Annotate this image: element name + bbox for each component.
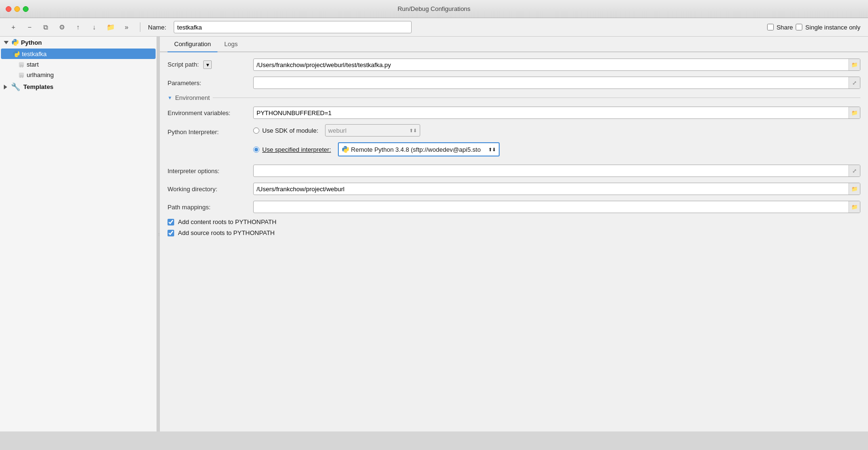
parameters-input-wrapper: ⤢ bbox=[253, 77, 860, 89]
maximize-button[interactable] bbox=[23, 6, 29, 12]
environment-section: ▼ Environment bbox=[168, 94, 860, 101]
interpreter-field: Use SDK of module: weburl ⬆⬇ bbox=[253, 124, 860, 139]
python-interpreter-row: Python Interpreter: Use SDK of module: w… bbox=[168, 124, 860, 159]
interpreter-dropdown[interactable]: Remote Python 3.4.8 (sftp://wodedev@api5… bbox=[338, 142, 500, 157]
parameters-row: Parameters: ⤢ bbox=[168, 76, 860, 89]
env-vars-input[interactable] bbox=[254, 107, 848, 118]
interpreter-options-field: ⤢ bbox=[253, 165, 860, 177]
working-directory-wrapper: 📁 bbox=[253, 183, 860, 195]
path-mappings-browse-button[interactable]: 📁 bbox=[848, 201, 860, 213]
templates-expand-icon bbox=[4, 85, 7, 89]
down-button[interactable]: ↓ bbox=[89, 21, 100, 33]
env-vars-label: Environment variables: bbox=[168, 109, 253, 117]
interpreter-options-input[interactable] bbox=[254, 165, 848, 176]
python-expand-icon bbox=[4, 41, 9, 44]
env-divider-line bbox=[213, 98, 860, 98]
use-sdk-radio[interactable] bbox=[253, 127, 259, 134]
sidebar: Python testkafka py start py urlhaming bbox=[0, 37, 157, 431]
add-config-button[interactable]: + bbox=[8, 21, 19, 33]
templates-label: Templates bbox=[23, 83, 53, 90]
form-content: Script path: ▼ 📁 Parameters: ⤢ bbox=[160, 52, 868, 431]
script-path-browse-button[interactable]: 📁 bbox=[848, 59, 860, 71]
use-specified-radio[interactable] bbox=[253, 147, 259, 153]
python-urlhaming-icon: py bbox=[18, 72, 25, 78]
wrench-icon: 🔧 bbox=[11, 82, 20, 91]
sidebar-item-label-urlhaming: urlhaming bbox=[27, 71, 54, 78]
script-path-field: 📁 bbox=[253, 59, 860, 71]
close-button[interactable] bbox=[6, 6, 11, 12]
python-section-label: Python bbox=[21, 39, 42, 46]
path-mappings-row: Path mappings: 📁 bbox=[168, 200, 860, 214]
more-button[interactable]: » bbox=[121, 21, 132, 33]
content-roots-label: Add content roots to PYTHONPATH bbox=[178, 218, 276, 225]
python-section-header[interactable]: Python bbox=[0, 37, 157, 48]
env-vars-input-wrapper: 📁 bbox=[253, 107, 860, 119]
templates-section[interactable]: 🔧 Templates bbox=[0, 80, 157, 93]
single-instance-checkbox[interactable] bbox=[796, 24, 802, 30]
folder-button[interactable]: 📁 bbox=[105, 21, 116, 33]
use-specified-label: Use specified interpreter: bbox=[262, 146, 331, 153]
script-path-dropdown[interactable]: ▼ bbox=[203, 60, 212, 69]
share-label: Share bbox=[777, 24, 793, 31]
env-vars-browse-button[interactable]: 📁 bbox=[848, 107, 860, 119]
interpreter-chevron-icon: ⬆⬇ bbox=[488, 147, 496, 152]
source-roots-row: Add source roots to PYTHONPATH bbox=[168, 229, 860, 236]
sdk-chevron-icon: ⬆⬇ bbox=[409, 128, 417, 133]
copy-config-button[interactable]: ⧉ bbox=[40, 21, 51, 33]
script-path-input[interactable] bbox=[254, 59, 848, 70]
content-roots-checkbox[interactable] bbox=[168, 219, 174, 225]
tab-logs[interactable]: Logs bbox=[217, 37, 244, 52]
tab-configuration[interactable]: Configuration bbox=[168, 37, 217, 52]
working-directory-field: 📁 bbox=[253, 183, 860, 195]
path-mappings-input[interactable] bbox=[254, 201, 848, 213]
sidebar-item-urlhaming[interactable]: py urlhaming bbox=[1, 70, 156, 80]
up-button[interactable]: ↑ bbox=[72, 21, 84, 33]
working-directory-browse-button[interactable]: 📁 bbox=[848, 183, 860, 195]
script-path-label: Script path: ▼ bbox=[168, 60, 253, 69]
svg-point-1 bbox=[16, 44, 16, 45]
python-file-icon bbox=[12, 50, 20, 58]
script-path-row: Script path: ▼ 📁 bbox=[168, 58, 860, 71]
python-interpreter-icon bbox=[342, 146, 349, 153]
minimize-button[interactable] bbox=[14, 6, 20, 12]
sidebar-item-start[interactable]: py start bbox=[1, 59, 156, 69]
sdk-dropdown[interactable]: weburl ⬆⬇ bbox=[325, 124, 420, 137]
sidebar-item-label-start: start bbox=[27, 61, 39, 68]
use-sdk-row: Use SDK of module: weburl ⬆⬇ bbox=[253, 124, 420, 137]
source-roots-checkbox[interactable] bbox=[168, 230, 174, 236]
working-directory-input[interactable] bbox=[254, 183, 848, 195]
working-directory-row: Working directory: 📁 bbox=[168, 182, 860, 196]
python-start-icon: py bbox=[18, 61, 25, 68]
content-roots-row: Add content roots to PYTHONPATH bbox=[168, 218, 860, 225]
interpreter-header: Python Interpreter: Use SDK of module: w… bbox=[168, 124, 860, 139]
interpreter-options-expand-button[interactable]: ⤢ bbox=[848, 165, 860, 177]
main-layout: Python testkafka py start py urlhaming bbox=[0, 37, 868, 431]
settings-button[interactable]: ⚙ bbox=[56, 21, 68, 33]
sidebar-item-label-testkafka: testkafka bbox=[22, 50, 47, 58]
parameters-field: ⤢ bbox=[253, 77, 860, 89]
parameters-expand-button[interactable]: ⤢ bbox=[848, 77, 860, 89]
single-instance-label: Single instance only bbox=[805, 24, 860, 31]
svg-point-0 bbox=[14, 39, 15, 40]
path-mappings-field: 📁 bbox=[253, 201, 860, 213]
env-expand-icon[interactable]: ▼ bbox=[168, 95, 172, 100]
python-icon bbox=[11, 39, 19, 46]
working-directory-label: Working directory: bbox=[168, 186, 253, 193]
tabs-bar: Configuration Logs bbox=[160, 37, 868, 52]
path-mappings-label: Path mappings: bbox=[168, 204, 253, 211]
remove-config-button[interactable]: − bbox=[24, 21, 35, 33]
parameters-input[interactable] bbox=[254, 77, 848, 88]
toolbar-divider bbox=[140, 22, 140, 32]
share-checkbox[interactable] bbox=[767, 24, 774, 30]
parameters-label: Parameters: bbox=[168, 79, 253, 87]
env-vars-field: 📁 bbox=[253, 107, 860, 119]
svg-text:py: py bbox=[20, 73, 24, 78]
environment-label: Environment bbox=[175, 94, 210, 101]
name-label: Name: bbox=[148, 24, 166, 31]
interpreter-value: Remote Python 3.4.8 (sftp://wodedev@api5… bbox=[351, 146, 486, 153]
script-path-input-wrapper: 📁 bbox=[253, 59, 860, 71]
window-title: Run/Debug Configurations bbox=[397, 5, 470, 12]
svg-text:py: py bbox=[20, 63, 24, 67]
config-name-input[interactable] bbox=[174, 21, 412, 33]
sidebar-item-testkafka[interactable]: testkafka bbox=[1, 49, 156, 59]
